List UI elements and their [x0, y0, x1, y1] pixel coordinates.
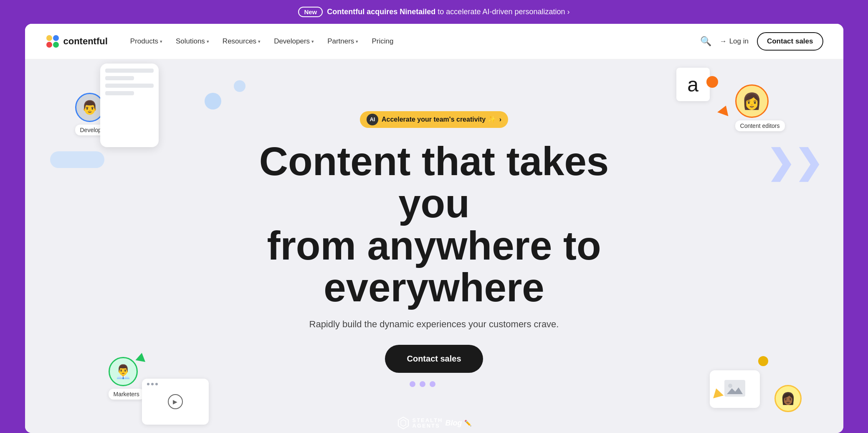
stealth-sub: AGENTS: [412, 423, 443, 428]
letter-a: a: [687, 73, 698, 96]
quote-decoration-1: ❯❯: [767, 143, 822, 182]
nav-pricing-label: Pricing: [372, 37, 393, 46]
hero-subtitle: Rapidly build the dynamic experiences yo…: [309, 319, 559, 330]
new-badge: New: [298, 7, 323, 17]
blog-text: Blog: [445, 419, 462, 428]
nav-resources[interactable]: Resources ▾: [217, 34, 266, 49]
content-editors-float: 👩 Content editors: [735, 84, 785, 131]
nav-right: 🔍 → Log in Contact sales: [700, 32, 823, 51]
login-icon: →: [720, 37, 727, 46]
hero-section: AI Accelerate your team's creativity ✨ ›…: [25, 59, 843, 433]
nav-developers[interactable]: Developers ▾: [268, 34, 320, 49]
circle-decoration-1: [205, 93, 221, 110]
hero-heading-line1: Content that takes you: [259, 139, 609, 226]
contentful-logo-icon: [45, 34, 60, 49]
login-label: Log in: [729, 37, 749, 46]
phone-line-3: [105, 84, 154, 88]
cursor-yellow-icon: [711, 387, 724, 398]
nav-partners-label: Partners: [327, 37, 354, 46]
image-icon: [724, 380, 745, 397]
cursor-blue-icon: [104, 103, 118, 117]
svg-point-1: [53, 35, 59, 41]
developer-avatar: 👨: [75, 93, 104, 122]
nav-solutions[interactable]: Solutions ▾: [170, 34, 215, 49]
dot-1: [410, 381, 415, 387]
chevron-down-icon: ▾: [311, 39, 314, 44]
circle-decoration-2: [234, 80, 245, 92]
hero-heading: Content that takes you from anywhere to …: [246, 140, 622, 309]
announcement-arrow: ›: [567, 8, 570, 16]
chevron-down-icon: ▾: [160, 39, 162, 44]
hero-cta-button[interactable]: Contact sales: [385, 345, 483, 373]
cursor-green-icon: [135, 352, 147, 362]
marketer-avatar-face: 👨‍💼: [115, 364, 132, 380]
stealth-hex-icon: [397, 416, 410, 430]
logo-area[interactable]: contentful: [45, 34, 108, 49]
svg-point-0: [46, 35, 52, 41]
ai-pill-text: Accelerate your team's creativity ✨: [382, 115, 496, 123]
video-mockup: ▶: [142, 379, 209, 425]
marketer-float: 👨‍💼 Marketers: [109, 357, 144, 400]
editor-avatar: 👩: [735, 84, 769, 118]
image-card-float: [710, 370, 760, 408]
ai-pill-arrow: ›: [499, 116, 501, 123]
announcement-text[interactable]: Contentful acquires Ninetailed to accele…: [327, 8, 569, 16]
editors-label: Content editors: [735, 120, 785, 131]
login-button[interactable]: → Log in: [720, 37, 749, 46]
marketers-label: Marketers: [109, 389, 144, 400]
yellow-avatar-float: 👩🏾: [774, 385, 802, 412]
phone-mockup: [100, 64, 159, 147]
phone-line-2: [105, 76, 134, 80]
nav-developers-label: Developers: [274, 37, 310, 46]
search-icon[interactable]: 🔍: [700, 36, 711, 47]
contact-sales-nav-button[interactable]: Contact sales: [757, 32, 823, 51]
nav-solutions-label: Solutions: [176, 37, 205, 46]
phone-line-4: [105, 91, 134, 95]
navbar: contentful Products ▾ Solutions ▾ Resour…: [25, 24, 843, 59]
chevron-down-icon: ▾: [356, 39, 358, 44]
ai-badge: AI: [367, 114, 378, 125]
nav-links: Products ▾ Solutions ▾ Resources ▾ Devel…: [124, 34, 700, 49]
footer-watermark: STEALTH AGENTS Blog ✏️: [397, 416, 472, 430]
logo-text: contentful: [63, 36, 108, 47]
hero-heading-line3: everywhere: [324, 265, 544, 310]
nav-pricing[interactable]: Pricing: [366, 34, 399, 49]
announcement-bar: New Contentful acquires Ninetailed to ac…: [0, 0, 868, 24]
developer-avatar-face: 👨: [81, 99, 98, 115]
dot-2: [420, 381, 425, 387]
chevron-down-icon: ▾: [258, 39, 261, 44]
main-container: contentful Products ▾ Solutions ▾ Resour…: [25, 24, 843, 433]
dot-group-decoration: [410, 381, 435, 387]
marketer-avatar: 👨‍💼: [109, 357, 138, 386]
orange-dot-decoration: [706, 76, 718, 88]
svg-rect-4: [724, 380, 745, 397]
phone-line-1: [105, 69, 154, 73]
svg-point-2: [46, 42, 52, 48]
ai-pill[interactable]: AI Accelerate your team's creativity ✨ ›: [360, 111, 508, 128]
stealth-text: STEALTH AGENTS: [412, 418, 443, 428]
nav-products-label: Products: [130, 37, 158, 46]
announcement-bold: Contentful acquires Ninetailed: [327, 8, 435, 16]
editor-avatar-face: 👩: [742, 92, 762, 110]
svg-point-3: [53, 42, 59, 48]
announcement-regular: to accelerate AI-driven personalization: [438, 8, 565, 16]
chevron-down-icon: ▾: [207, 39, 209, 44]
letter-a-card: a: [676, 68, 710, 101]
hero-heading-line2: from anywhere to: [267, 223, 601, 268]
dot-tiny-2: [151, 383, 154, 385]
nav-resources-label: Resources: [223, 37, 256, 46]
dot-tiny-3: [155, 383, 158, 385]
dot-tiny-1: [147, 383, 149, 385]
nav-products[interactable]: Products ▾: [124, 34, 168, 49]
three-dots-decoration: [147, 383, 158, 385]
pencil-icon: ✏️: [464, 420, 471, 426]
yellow-avatar-face: 👩🏾: [781, 392, 795, 405]
yellow-dot-decoration: [758, 356, 768, 366]
play-button-icon[interactable]: ▶: [168, 394, 183, 409]
developer-label: Developers: [75, 125, 115, 135]
blue-pill-decoration: [50, 151, 104, 168]
stealth-agents-logo: STEALTH AGENTS Blog ✏️: [397, 416, 472, 430]
nav-partners[interactable]: Partners ▾: [321, 34, 364, 49]
developer-float: 👨 Developers: [75, 93, 115, 135]
dot-3: [430, 381, 435, 387]
